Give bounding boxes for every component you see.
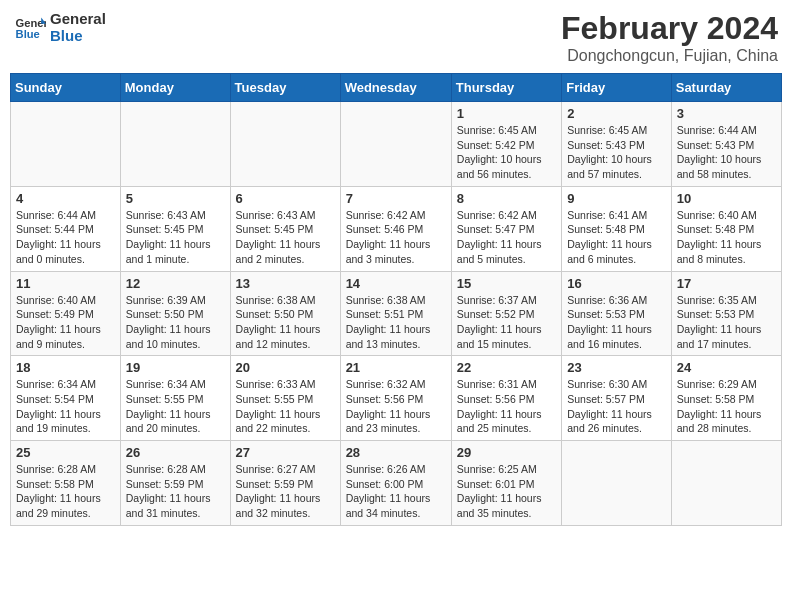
day-info: Sunrise: 6:28 AM Sunset: 5:59 PM Dayligh… bbox=[126, 462, 225, 521]
calendar-cell: 17Sunrise: 6:35 AM Sunset: 5:53 PM Dayli… bbox=[671, 271, 781, 356]
calendar-cell: 11Sunrise: 6:40 AM Sunset: 5:49 PM Dayli… bbox=[11, 271, 121, 356]
calendar-cell: 7Sunrise: 6:42 AM Sunset: 5:46 PM Daylig… bbox=[340, 186, 451, 271]
calendar-cell bbox=[340, 102, 451, 187]
calendar-cell: 8Sunrise: 6:42 AM Sunset: 5:47 PM Daylig… bbox=[451, 186, 561, 271]
col-header-monday: Monday bbox=[120, 74, 230, 102]
day-number: 20 bbox=[236, 360, 335, 375]
col-header-wednesday: Wednesday bbox=[340, 74, 451, 102]
day-info: Sunrise: 6:26 AM Sunset: 6:00 PM Dayligh… bbox=[346, 462, 446, 521]
day-info: Sunrise: 6:31 AM Sunset: 5:56 PM Dayligh… bbox=[457, 377, 556, 436]
day-info: Sunrise: 6:38 AM Sunset: 5:50 PM Dayligh… bbox=[236, 293, 335, 352]
calendar-cell: 20Sunrise: 6:33 AM Sunset: 5:55 PM Dayli… bbox=[230, 356, 340, 441]
calendar-cell bbox=[671, 441, 781, 526]
day-info: Sunrise: 6:35 AM Sunset: 5:53 PM Dayligh… bbox=[677, 293, 776, 352]
day-info: Sunrise: 6:40 AM Sunset: 5:49 PM Dayligh… bbox=[16, 293, 115, 352]
day-number: 8 bbox=[457, 191, 556, 206]
day-info: Sunrise: 6:41 AM Sunset: 5:48 PM Dayligh… bbox=[567, 208, 666, 267]
day-number: 9 bbox=[567, 191, 666, 206]
day-info: Sunrise: 6:34 AM Sunset: 5:55 PM Dayligh… bbox=[126, 377, 225, 436]
calendar-cell: 15Sunrise: 6:37 AM Sunset: 5:52 PM Dayli… bbox=[451, 271, 561, 356]
col-header-friday: Friday bbox=[562, 74, 672, 102]
calendar-cell: 28Sunrise: 6:26 AM Sunset: 6:00 PM Dayli… bbox=[340, 441, 451, 526]
col-header-tuesday: Tuesday bbox=[230, 74, 340, 102]
calendar-cell: 21Sunrise: 6:32 AM Sunset: 5:56 PM Dayli… bbox=[340, 356, 451, 441]
calendar-cell: 25Sunrise: 6:28 AM Sunset: 5:58 PM Dayli… bbox=[11, 441, 121, 526]
day-number: 3 bbox=[677, 106, 776, 121]
day-info: Sunrise: 6:30 AM Sunset: 5:57 PM Dayligh… bbox=[567, 377, 666, 436]
calendar-cell bbox=[562, 441, 672, 526]
day-info: Sunrise: 6:43 AM Sunset: 5:45 PM Dayligh… bbox=[126, 208, 225, 267]
day-info: Sunrise: 6:45 AM Sunset: 5:42 PM Dayligh… bbox=[457, 123, 556, 182]
calendar-subtitle: Dongchongcun, Fujian, China bbox=[561, 47, 778, 65]
calendar-cell: 9Sunrise: 6:41 AM Sunset: 5:48 PM Daylig… bbox=[562, 186, 672, 271]
day-info: Sunrise: 6:27 AM Sunset: 5:59 PM Dayligh… bbox=[236, 462, 335, 521]
calendar-cell: 4Sunrise: 6:44 AM Sunset: 5:44 PM Daylig… bbox=[11, 186, 121, 271]
logo-general: General bbox=[50, 10, 106, 27]
calendar-cell: 5Sunrise: 6:43 AM Sunset: 5:45 PM Daylig… bbox=[120, 186, 230, 271]
day-number: 10 bbox=[677, 191, 776, 206]
calendar-cell: 26Sunrise: 6:28 AM Sunset: 5:59 PM Dayli… bbox=[120, 441, 230, 526]
day-number: 26 bbox=[126, 445, 225, 460]
day-info: Sunrise: 6:40 AM Sunset: 5:48 PM Dayligh… bbox=[677, 208, 776, 267]
day-number: 18 bbox=[16, 360, 115, 375]
day-info: Sunrise: 6:37 AM Sunset: 5:52 PM Dayligh… bbox=[457, 293, 556, 352]
day-number: 12 bbox=[126, 276, 225, 291]
calendar-cell: 27Sunrise: 6:27 AM Sunset: 5:59 PM Dayli… bbox=[230, 441, 340, 526]
day-number: 5 bbox=[126, 191, 225, 206]
col-header-thursday: Thursday bbox=[451, 74, 561, 102]
calendar-cell: 19Sunrise: 6:34 AM Sunset: 5:55 PM Dayli… bbox=[120, 356, 230, 441]
day-number: 14 bbox=[346, 276, 446, 291]
calendar-cell: 14Sunrise: 6:38 AM Sunset: 5:51 PM Dayli… bbox=[340, 271, 451, 356]
day-number: 4 bbox=[16, 191, 115, 206]
calendar-cell: 18Sunrise: 6:34 AM Sunset: 5:54 PM Dayli… bbox=[11, 356, 121, 441]
calendar-cell bbox=[230, 102, 340, 187]
day-number: 21 bbox=[346, 360, 446, 375]
calendar-table: SundayMondayTuesdayWednesdayThursdayFrid… bbox=[10, 73, 782, 526]
day-info: Sunrise: 6:42 AM Sunset: 5:46 PM Dayligh… bbox=[346, 208, 446, 267]
day-number: 28 bbox=[346, 445, 446, 460]
svg-text:Blue: Blue bbox=[16, 28, 40, 40]
day-info: Sunrise: 6:36 AM Sunset: 5:53 PM Dayligh… bbox=[567, 293, 666, 352]
day-info: Sunrise: 6:43 AM Sunset: 5:45 PM Dayligh… bbox=[236, 208, 335, 267]
calendar-title: February 2024 bbox=[561, 10, 778, 47]
day-number: 23 bbox=[567, 360, 666, 375]
day-info: Sunrise: 6:29 AM Sunset: 5:58 PM Dayligh… bbox=[677, 377, 776, 436]
day-info: Sunrise: 6:44 AM Sunset: 5:43 PM Dayligh… bbox=[677, 123, 776, 182]
day-info: Sunrise: 6:34 AM Sunset: 5:54 PM Dayligh… bbox=[16, 377, 115, 436]
col-header-sunday: Sunday bbox=[11, 74, 121, 102]
day-number: 27 bbox=[236, 445, 335, 460]
calendar-cell: 13Sunrise: 6:38 AM Sunset: 5:50 PM Dayli… bbox=[230, 271, 340, 356]
calendar-cell bbox=[11, 102, 121, 187]
logo-blue: Blue bbox=[50, 27, 106, 44]
day-info: Sunrise: 6:44 AM Sunset: 5:44 PM Dayligh… bbox=[16, 208, 115, 267]
day-info: Sunrise: 6:25 AM Sunset: 6:01 PM Dayligh… bbox=[457, 462, 556, 521]
logo-icon: General Blue bbox=[14, 11, 46, 43]
day-info: Sunrise: 6:33 AM Sunset: 5:55 PM Dayligh… bbox=[236, 377, 335, 436]
calendar-cell: 29Sunrise: 6:25 AM Sunset: 6:01 PM Dayli… bbox=[451, 441, 561, 526]
calendar-cell: 22Sunrise: 6:31 AM Sunset: 5:56 PM Dayli… bbox=[451, 356, 561, 441]
day-number: 15 bbox=[457, 276, 556, 291]
day-number: 6 bbox=[236, 191, 335, 206]
day-number: 2 bbox=[567, 106, 666, 121]
day-number: 19 bbox=[126, 360, 225, 375]
calendar-cell: 1Sunrise: 6:45 AM Sunset: 5:42 PM Daylig… bbox=[451, 102, 561, 187]
calendar-cell: 6Sunrise: 6:43 AM Sunset: 5:45 PM Daylig… bbox=[230, 186, 340, 271]
day-number: 7 bbox=[346, 191, 446, 206]
day-number: 16 bbox=[567, 276, 666, 291]
day-info: Sunrise: 6:42 AM Sunset: 5:47 PM Dayligh… bbox=[457, 208, 556, 267]
day-number: 17 bbox=[677, 276, 776, 291]
title-area: February 2024 Dongchongcun, Fujian, Chin… bbox=[561, 10, 778, 65]
day-number: 24 bbox=[677, 360, 776, 375]
header: General Blue General Blue February 2024 … bbox=[10, 10, 782, 65]
day-info: Sunrise: 6:38 AM Sunset: 5:51 PM Dayligh… bbox=[346, 293, 446, 352]
calendar-cell bbox=[120, 102, 230, 187]
calendar-cell: 2Sunrise: 6:45 AM Sunset: 5:43 PM Daylig… bbox=[562, 102, 672, 187]
calendar-cell: 10Sunrise: 6:40 AM Sunset: 5:48 PM Dayli… bbox=[671, 186, 781, 271]
calendar-cell: 23Sunrise: 6:30 AM Sunset: 5:57 PM Dayli… bbox=[562, 356, 672, 441]
day-number: 11 bbox=[16, 276, 115, 291]
day-info: Sunrise: 6:32 AM Sunset: 5:56 PM Dayligh… bbox=[346, 377, 446, 436]
logo: General Blue General Blue bbox=[14, 10, 106, 44]
col-header-saturday: Saturday bbox=[671, 74, 781, 102]
calendar-cell: 3Sunrise: 6:44 AM Sunset: 5:43 PM Daylig… bbox=[671, 102, 781, 187]
day-number: 25 bbox=[16, 445, 115, 460]
